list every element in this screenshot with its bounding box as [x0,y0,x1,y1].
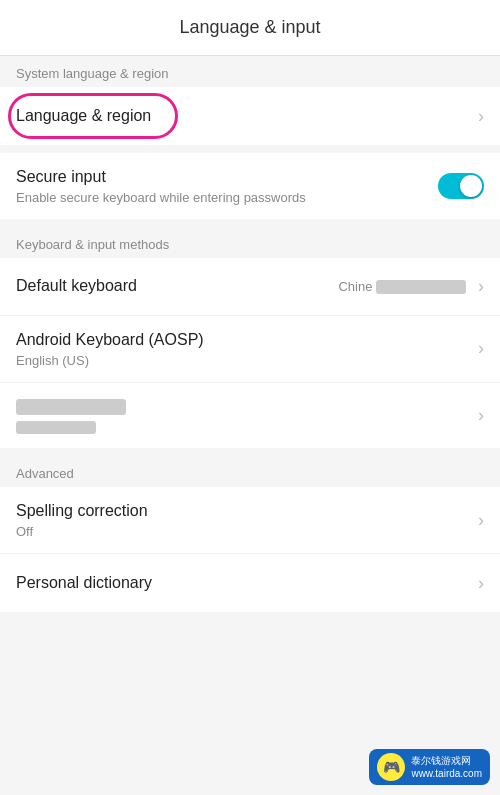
language-region-item[interactable]: Language & region › [0,87,500,145]
android-keyboard-right: › [470,338,484,359]
spelling-correction-subtitle: Off [16,524,470,539]
toggle-container[interactable] [438,173,484,199]
chevron-icon: › [478,276,484,297]
spelling-correction-item[interactable]: Spelling correction Off › [0,487,500,554]
language-region-content: Language & region [16,106,470,127]
spelling-correction-title: Spelling correction [16,501,470,522]
default-keyboard-right: Chine › [338,276,484,297]
section-label-system-language: System language & region [0,56,500,87]
secure-input-toggle[interactable] [438,173,484,199]
default-keyboard-title: Default keyboard [16,276,338,297]
default-keyboard-content: Default keyboard [16,276,338,297]
blurred-keyboard-title [16,397,470,418]
personal-dictionary-right: › [470,573,484,594]
chevron-icon: › [478,573,484,594]
personal-dictionary-content: Personal dictionary [16,573,470,594]
header: Language & input [0,0,500,56]
android-keyboard-content: Android Keyboard (AOSP) English (US) [16,330,470,368]
blurred-keyboard-subtitle [16,419,470,434]
blurred-title-text [16,399,126,415]
spelling-correction-content: Spelling correction Off [16,501,470,539]
chevron-icon: › [478,510,484,531]
secure-input-content: Secure input Enable secure keyboard whil… [16,167,438,205]
watermark-text: 泰尔钱游戏网 www.tairda.com [411,754,482,780]
language-region-right: › [470,106,484,127]
page-title: Language & input [179,17,320,38]
blurred-keyboard-content [16,397,470,435]
blurred-keyboard-item[interactable]: › [0,383,500,449]
advanced-group: Spelling correction Off › Personal dicti… [0,487,500,612]
android-keyboard-subtitle: English (US) [16,353,470,368]
language-region-group: Language & region › [0,87,500,145]
android-keyboard-title: Android Keyboard (AOSP) [16,330,470,351]
blurred-value [376,280,466,294]
default-keyboard-value: Chine [338,279,466,295]
secure-input-group: Secure input Enable secure keyboard whil… [0,153,500,219]
personal-dictionary-item[interactable]: Personal dictionary › [0,554,500,612]
android-keyboard-item[interactable]: Android Keyboard (AOSP) English (US) › [0,316,500,383]
chevron-icon: › [478,405,484,426]
spelling-correction-right: › [470,510,484,531]
personal-dictionary-title: Personal dictionary [16,573,470,594]
section-label-keyboard: Keyboard & input methods [0,227,500,258]
toggle-knob [460,175,482,197]
chevron-icon: › [478,106,484,127]
secure-input-title: Secure input [16,167,438,188]
keyboard-methods-group: Default keyboard Chine › Android Keyboar… [0,258,500,449]
blurred-keyboard-right: › [470,405,484,426]
secure-input-subtitle: Enable secure keyboard while entering pa… [16,190,438,205]
chevron-icon: › [478,338,484,359]
language-region-title: Language & region [16,106,470,127]
section-label-advanced: Advanced [0,456,500,487]
blurred-subtitle-text [16,421,96,434]
secure-input-item[interactable]: Secure input Enable secure keyboard whil… [0,153,500,219]
default-keyboard-item[interactable]: Default keyboard Chine › [0,258,500,316]
watermark-icon: 🎮 [377,753,405,781]
watermark: 🎮 泰尔钱游戏网 www.tairda.com [369,749,490,785]
